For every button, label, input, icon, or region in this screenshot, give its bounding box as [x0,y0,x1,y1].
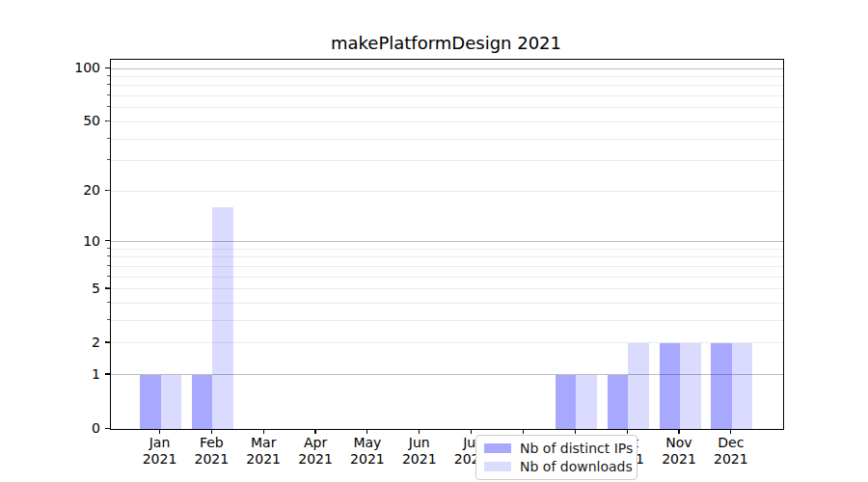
y-minor-tick-mark-20 [107,190,110,191]
bar-downloads-feb [212,207,233,429]
y-tick-label-2: 2 [37,335,100,350]
x-tick-label-year: 2021 [700,451,762,468]
bar-distinct-ips-dec [711,343,732,429]
x-tick-mark-jun [419,429,420,434]
bar-distinct-ips-nov [660,343,681,429]
y-minor-tick-mark-70 [107,94,110,95]
legend-swatch-downloads [484,462,511,471]
y-minor-tick-mark-80 [107,84,110,85]
bar-downloads-nov [680,343,701,429]
bar-distinct-ips-oct [608,375,629,429]
x-tick-mark-jan [159,429,160,434]
bar-downloads-sep [576,375,597,429]
y-minor-tick-mark-50 [107,120,110,121]
y-tick-label-5: 5 [37,281,100,296]
y-minor-tick-mark-40 [107,138,110,139]
x-tick-mark-may [366,429,367,434]
y-minor-tick-mark-30 [107,159,110,160]
y-minor-tick-mark-7 [107,265,110,266]
y-tick-label-10: 10 [37,233,100,249]
y-minor-tick-mark-6 [107,276,110,277]
bar-distinct-ips-sep [556,375,577,429]
legend-label-downloads: Nb of downloads [520,460,633,474]
y-gridline-minor-30 [111,160,783,161]
bar-downloads-dec [732,343,753,429]
bar-distinct-ips-feb [192,375,213,429]
x-tick-mark-dec [730,429,731,434]
y-gridline-minor-90 [111,76,783,77]
y-gridline-minor-20 [111,191,783,192]
y-tick-mark-1 [105,373,110,374]
bar-downloads-jan [161,375,182,429]
legend: Nb of distinct IPs Nb of downloads [475,435,637,480]
legend-item-distinct-ips: Nb of distinct IPs [484,442,629,456]
bar-downloads-oct [628,343,649,429]
y-tick-label-100: 100 [37,60,100,75]
y-tick-label-1: 1 [37,366,100,382]
y-minor-tick-mark-5 [107,287,110,288]
y-minor-tick-mark-3 [107,319,110,320]
x-tick-label-month: Dec [700,435,762,451]
y-minor-tick-mark-9 [107,248,110,249]
x-tick-mark-nov [678,429,679,434]
y-gridline-minor-50 [111,121,783,122]
x-tick-mark-aug [523,429,524,434]
legend-label-distinct-ips: Nb of distinct IPs [520,442,633,456]
x-tick-mark-oct [627,429,628,434]
plot-area: Nb of distinct IPs Nb of downloads [110,59,784,430]
bar-chart-figure: makePlatformDesign 2021 Nb of distinct I… [0,0,868,482]
legend-swatch-distinct-ips [484,443,511,453]
y-gridline-minor-40 [111,139,783,140]
y-minor-tick-mark-4 [107,302,110,303]
y-tick-mark-0 [105,428,110,429]
legend-item-downloads: Nb of downloads [484,460,629,474]
y-gridline-minor-70 [111,95,783,96]
y-tick-label-20: 20 [37,182,100,198]
y-tick-label-0: 0 [37,420,100,436]
y-gridline-minor-60 [111,107,783,108]
x-tick-mark-sep [575,429,576,434]
y-gridline-minor-80 [111,85,783,86]
y-minor-tick-mark-60 [107,106,110,107]
y-minor-tick-mark-2 [107,341,110,342]
y-tick-mark-100 [105,67,110,68]
chart-title: makePlatformDesign 2021 [110,33,782,53]
x-tick-mark-mar [263,429,264,434]
x-tick-mark-jul [471,429,472,434]
y-tick-mark-10 [105,240,110,241]
y-gridline-major-100 [111,68,783,69]
x-tick-label-dec: Dec2021 [700,435,762,468]
x-tick-mark-apr [314,429,315,434]
y-minor-tick-mark-8 [107,255,110,256]
y-tick-label-50: 50 [37,113,100,128]
bar-distinct-ips-jan [140,375,161,429]
y-minor-tick-mark-90 [107,75,110,76]
x-tick-mark-feb [211,429,212,434]
